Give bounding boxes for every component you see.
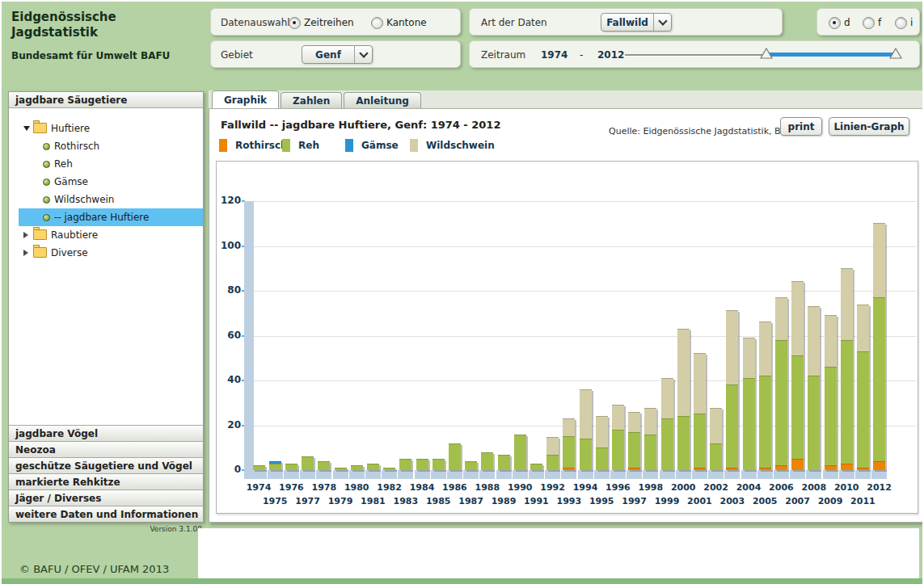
x-axis-block xyxy=(479,470,495,479)
x-axis-label-2008: 2008 xyxy=(796,482,832,493)
art-der-daten-select-arrow[interactable] xyxy=(653,14,671,31)
x-axis-block xyxy=(300,470,315,479)
language-radio-f[interactable] xyxy=(863,17,875,29)
x-axis-label-2010: 2010 xyxy=(829,482,864,493)
bar-2008 xyxy=(808,306,820,470)
bar-segment-reh xyxy=(775,340,787,465)
bar-1982 xyxy=(383,468,395,470)
sidebar-section-jagdbare-v-gel[interactable]: jagdbare Vögel xyxy=(9,425,203,441)
version-text: Version 3.1.08 xyxy=(8,525,202,533)
tree-item-wildschwein[interactable]: Wildschwein xyxy=(19,191,203,208)
triangle-collapsed-icon[interactable] xyxy=(23,232,28,238)
bar-segment-rothirsch xyxy=(825,465,837,470)
bar-segment-wildschwein xyxy=(841,268,853,340)
bar-2000 xyxy=(677,329,690,470)
bar-1993 xyxy=(563,418,575,470)
line-graph-button[interactable]: Linien-Graph xyxy=(829,117,909,136)
bar-segment-rothirsch xyxy=(759,468,771,470)
x-axis-block xyxy=(610,470,626,479)
bullet-icon xyxy=(43,143,50,150)
tree-item-label: Raubtiere xyxy=(51,229,98,241)
bar-segment-wildschwein xyxy=(726,310,738,384)
x-axis-block xyxy=(790,470,805,479)
bar-segment-reh xyxy=(808,376,820,470)
x-axis-block xyxy=(398,470,413,479)
bullet-icon xyxy=(43,196,50,204)
tree-item-raubtiere[interactable]: Raubtiere xyxy=(19,226,203,244)
bar-segment-wildschwein xyxy=(563,418,575,436)
kantone-radio[interactable] xyxy=(371,17,383,29)
bar-segment-reh xyxy=(563,436,575,468)
y-axis-label-0: 0 xyxy=(217,464,241,475)
tab-graphik[interactable]: Graphik xyxy=(212,90,279,108)
tab-anleitung[interactable]: Anleitung xyxy=(344,92,421,108)
content-panel: Fallwild -- jagdbare Huftiere, Genf: 197… xyxy=(209,108,923,523)
datenauswahl-label: Datenauswahl xyxy=(221,17,290,28)
tree-item-jagdbare-huftiere[interactable]: -- jagdbare Huftiere xyxy=(19,208,203,226)
tree-item-reh[interactable]: Reh xyxy=(19,155,203,173)
sidebar-section-weitere-daten-und-informationen[interactable]: weitere Daten und Informationen xyxy=(9,506,203,522)
print-button[interactable]: print xyxy=(780,117,822,136)
triangle-expanded-icon[interactable] xyxy=(23,126,30,131)
bar-1989 xyxy=(498,455,510,470)
sidebar-section-gesch-tze-s-ugetiere-und-v-gel[interactable]: geschütze Säugetiere und Vögel xyxy=(9,457,203,473)
bar-1995 xyxy=(596,416,608,470)
x-axis-label-1995: 1995 xyxy=(584,496,619,506)
x-axis-block xyxy=(349,470,365,479)
bar-segment-reh xyxy=(367,464,379,470)
bar-segment-reh xyxy=(465,461,477,470)
zeitraum-slider-handle-right[interactable] xyxy=(889,48,902,59)
zeitraum-slider-handle-left[interactable] xyxy=(760,48,773,59)
x-axis-block xyxy=(382,470,397,479)
bar-segment-reh xyxy=(596,447,608,470)
language-radio-d[interactable] xyxy=(829,17,841,29)
sidebar-section-j-ger-diverses[interactable]: Jäger / Diverses xyxy=(9,489,203,506)
chevron-down-icon xyxy=(658,16,667,25)
tree-item-rothirsch[interactable]: Rothirsch xyxy=(19,137,203,155)
gebiet-select[interactable]: Genf xyxy=(302,45,373,64)
triangle-collapsed-icon[interactable] xyxy=(23,250,28,256)
footer-copyright: © BAFU / OFEV / UFAM 2013 xyxy=(19,563,169,575)
sidebar-section-markierte-rehkitze[interactable]: markierte Rehkitze xyxy=(9,473,203,489)
bar-1988 xyxy=(481,452,493,470)
tree-item-huftiere[interactable]: Huftiere xyxy=(19,120,203,137)
bar-segment-wildschwein xyxy=(873,223,885,297)
sidebar-section-neozoa[interactable]: Neozoa xyxy=(9,441,203,457)
bar-segment-reh xyxy=(857,351,869,468)
legend-swatch-gämse xyxy=(345,139,353,152)
bar-segment-reh xyxy=(644,435,656,470)
art-der-daten-select[interactable]: Fallwild xyxy=(601,13,672,32)
bar-1984 xyxy=(416,459,428,470)
zeitreihen-radio-label: Zeitreihen xyxy=(304,17,354,28)
bar-segment-reh xyxy=(726,384,738,468)
bar-segment-wildschwein xyxy=(694,353,706,414)
folder-icon xyxy=(33,229,47,240)
zeitreihen-radio[interactable] xyxy=(289,17,301,29)
tab-zahlen[interactable]: Zahlen xyxy=(281,92,342,108)
x-axis-label-1982: 1982 xyxy=(372,482,407,493)
tree-item-g-mse[interactable]: Gämse xyxy=(19,173,203,191)
zeitraum-label: Zeitraum xyxy=(481,49,525,61)
bar-segment-reh xyxy=(432,459,445,470)
tree-item-diverse[interactable]: Diverse xyxy=(19,244,203,262)
app-title-line1: Eidgenössische xyxy=(11,10,116,25)
bar-2003 xyxy=(726,310,738,470)
bar-segment-reh xyxy=(318,461,330,470)
bar-segment-wildschwein xyxy=(759,321,771,376)
bar-segment-reh xyxy=(399,459,411,470)
bar-segment-reh xyxy=(416,459,428,470)
legend-item-rothirsch: Rothirsch xyxy=(219,139,288,152)
x-axis-block xyxy=(660,470,675,479)
x-axis-block xyxy=(676,470,691,479)
bar-segment-reh xyxy=(628,432,640,468)
gebiet-select-arrow[interactable] xyxy=(354,46,372,63)
x-axis-block xyxy=(806,470,821,479)
x-axis-label-2004: 2004 xyxy=(731,482,766,493)
x-axis-label-2000: 2000 xyxy=(665,482,701,493)
legend-item-gämse: Gämse xyxy=(345,139,399,152)
y-axis-label-60: 60 xyxy=(217,330,241,341)
sidebar-section-jagdbare-saeugetiere[interactable]: jagdbare Säugetiere xyxy=(9,92,203,108)
language-radio-i[interactable] xyxy=(895,17,907,29)
x-axis-block xyxy=(839,470,854,479)
bar-segment-wildschwein xyxy=(825,315,837,367)
